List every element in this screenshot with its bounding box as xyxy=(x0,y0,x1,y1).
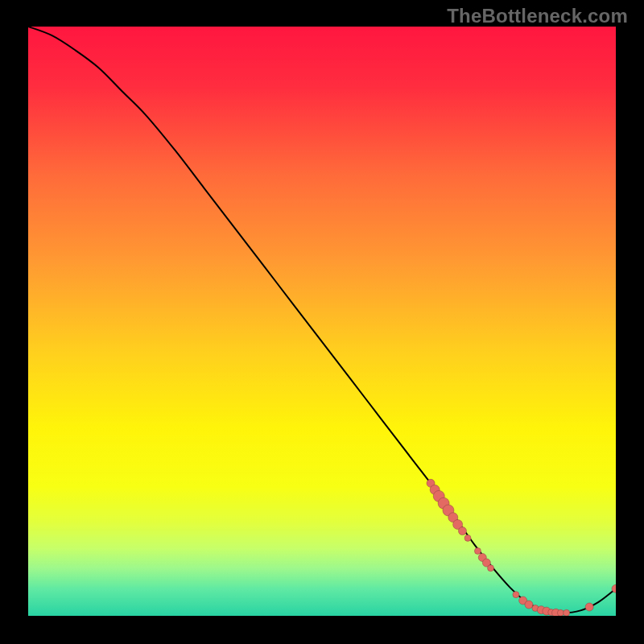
data-marker xyxy=(557,609,564,616)
data-marker xyxy=(464,535,471,541)
data-marker xyxy=(525,601,533,609)
data-marker xyxy=(458,527,466,535)
data-marker xyxy=(488,565,494,572)
data-marker xyxy=(564,609,570,616)
watermark-text: TheBottleneck.com xyxy=(447,5,628,27)
chart-svg xyxy=(28,27,616,616)
gradient-background xyxy=(28,27,616,616)
data-marker xyxy=(474,547,481,554)
chart-area xyxy=(28,27,616,616)
data-marker xyxy=(513,592,519,598)
data-marker xyxy=(585,603,593,611)
